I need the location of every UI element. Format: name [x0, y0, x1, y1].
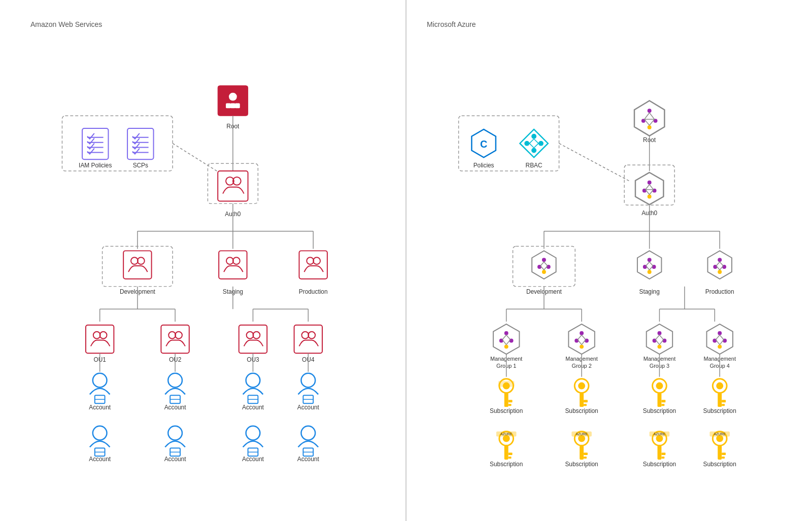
- svg-marker-172: [647, 324, 672, 354]
- production-azure-node: [707, 251, 731, 279]
- svg-rect-219: [509, 457, 512, 459]
- subscription-3-label: Subscription: [643, 407, 676, 414]
- svg-rect-240: [722, 457, 725, 459]
- svg-line-98: [650, 113, 655, 119]
- dev-azure-box: [513, 246, 576, 286]
- svg-rect-50: [294, 325, 322, 353]
- azure-panel: Microsoft Azure C Policies: [407, 0, 812, 521]
- svg-marker-119: [532, 251, 556, 279]
- mg2-node: [568, 324, 594, 354]
- svg-line-110: [646, 185, 650, 190]
- staging-azure-node: [637, 251, 661, 279]
- svg-point-206: [656, 383, 663, 390]
- subscription-5: AZURE: [496, 432, 517, 460]
- svg-point-164: [580, 331, 584, 335]
- subscription-7: AZURE: [650, 432, 670, 460]
- svg-point-123: [542, 270, 546, 274]
- svg-line-89: [534, 139, 538, 144]
- svg-line-99: [645, 113, 650, 119]
- svg-marker-154: [493, 324, 519, 354]
- account-aws-3: [243, 373, 263, 403]
- subscription-8-label: Subscription: [703, 461, 736, 468]
- svg-marker-93: [634, 101, 664, 136]
- svg-rect-13: [226, 103, 231, 108]
- svg-point-12: [229, 93, 237, 101]
- account-aws-7: [243, 426, 263, 456]
- ou4-node: [294, 325, 322, 353]
- svg-rect-37: [86, 325, 114, 353]
- svg-rect-209: [661, 404, 664, 406]
- svg-point-86: [538, 141, 544, 146]
- svg-rect-224: [580, 445, 584, 460]
- production-aws-label: Production: [299, 288, 328, 295]
- svg-marker-128: [637, 251, 661, 279]
- svg-rect-197: [509, 400, 513, 402]
- svg-point-182: [718, 331, 722, 335]
- svg-line-162: [502, 340, 506, 345]
- svg-rect-15: [235, 103, 240, 108]
- ou2-node: [161, 325, 189, 353]
- scps-label: SCPs: [133, 162, 148, 169]
- production-aws-node: [299, 251, 327, 279]
- svg-point-141: [718, 270, 722, 274]
- subscription-1-label: Subscription: [490, 407, 523, 414]
- svg-line-178: [656, 335, 660, 340]
- svg-rect-198: [509, 404, 512, 406]
- svg-line-187: [716, 335, 720, 340]
- svg-point-201: [578, 383, 585, 390]
- svg-text:AZURE: AZURE: [576, 432, 588, 436]
- svg-point-97: [648, 125, 652, 129]
- auth0-azure-node: [635, 172, 663, 204]
- subscription-2-label: Subscription: [565, 407, 598, 414]
- svg-rect-203: [584, 400, 588, 402]
- root-node: [218, 86, 248, 116]
- subscription-3: [653, 379, 667, 407]
- subscription-1: [498, 379, 515, 407]
- svg-point-129: [648, 258, 652, 262]
- svg-point-105: [648, 181, 652, 185]
- svg-line-179: [659, 340, 663, 345]
- iam-label: IAM Policies: [79, 162, 112, 169]
- svg-rect-218: [509, 453, 513, 455]
- svg-line-124: [544, 262, 548, 266]
- svg-rect-1: [82, 128, 108, 159]
- account-aws-6-label: Account: [164, 456, 187, 463]
- staging-aws-node: [219, 251, 247, 279]
- svg-text:AZURE: AZURE: [500, 432, 513, 436]
- svg-rect-27: [219, 251, 247, 279]
- svg-point-69: [93, 426, 107, 440]
- svg-point-167: [580, 344, 584, 349]
- svg-rect-214: [722, 404, 725, 406]
- subscription-4: [713, 379, 727, 407]
- svg-rect-212: [718, 393, 722, 407]
- account-aws-5: [90, 426, 110, 456]
- svg-rect-238: [718, 445, 722, 460]
- svg-rect-226: [584, 457, 587, 459]
- account-aws-6: [165, 426, 185, 456]
- svg-rect-233: [661, 457, 664, 459]
- account-aws-2-label: Account: [164, 404, 187, 411]
- svg-rect-231: [657, 445, 661, 460]
- account-aws-7-label: Account: [242, 456, 264, 463]
- svg-point-211: [716, 383, 723, 390]
- development-azure-node: [532, 251, 556, 279]
- subscription-6: AZURE: [571, 432, 592, 460]
- account-aws-2: [165, 373, 185, 403]
- svg-rect-204: [584, 404, 587, 406]
- svg-line-168: [582, 335, 586, 340]
- policies-label: Policies: [473, 162, 494, 169]
- rbac-icon: [520, 129, 548, 157]
- svg-rect-213: [722, 400, 726, 402]
- svg-rect-6: [127, 128, 153, 159]
- mg1-node: [493, 324, 519, 354]
- account-aws-8: [298, 426, 319, 456]
- svg-line-113: [646, 190, 650, 195]
- svg-rect-24: [123, 251, 151, 279]
- svg-rect-239: [722, 453, 726, 455]
- svg-line-160: [502, 335, 506, 340]
- scps-icon: [127, 128, 153, 159]
- svg-point-120: [542, 258, 546, 262]
- svg-point-132: [648, 270, 652, 274]
- svg-line-109: [650, 185, 654, 190]
- svg-point-138: [718, 258, 722, 262]
